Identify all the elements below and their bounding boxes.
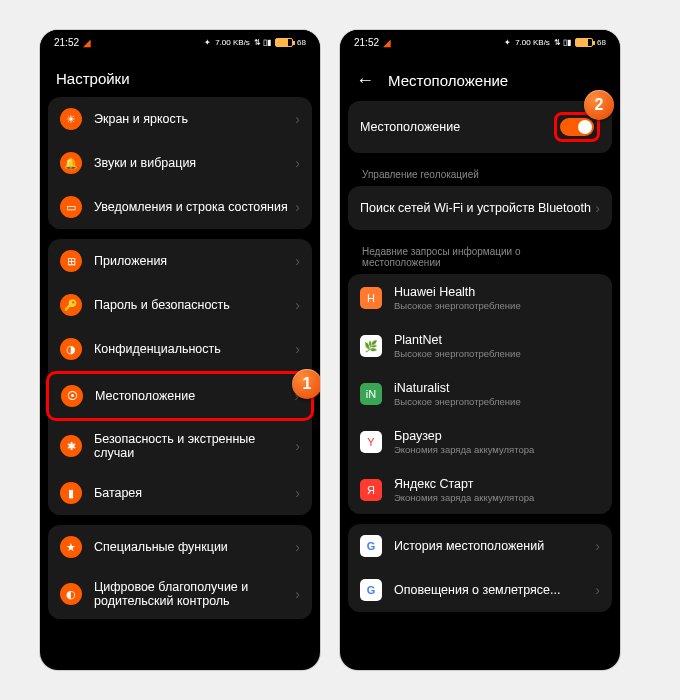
- row-earthquake-alerts[interactable]: G Оповещения о землетрясе... ›: [348, 568, 612, 612]
- chevron-right-icon: ›: [295, 485, 300, 501]
- status-net: 7.00 KB/s: [215, 38, 250, 47]
- bell-icon: 🔔: [60, 152, 82, 174]
- key-icon: 🔑: [60, 294, 82, 316]
- app-row-plantnet[interactable]: 🌿 PlantNetВысокое энергопотребление: [348, 322, 612, 370]
- row-wifi-bt-scanning[interactable]: Поиск сетей Wi-Fi и устройств Bluetooth …: [348, 186, 612, 230]
- app-icon-huawei-health: H: [360, 287, 382, 309]
- chevron-right-icon: ›: [295, 253, 300, 269]
- google-services-card: G История местоположений › G Оповещения …: [348, 524, 612, 612]
- settings-group-display: ☀ Экран и яркость › 🔔 Звуки и вибрация ›…: [48, 97, 312, 229]
- page-title-settings: Настройки: [40, 54, 320, 97]
- row-apps[interactable]: ⊞ Приложения ›: [48, 239, 312, 283]
- app-icon-yandex-start: Я: [360, 479, 382, 501]
- sun-icon: ☀: [60, 108, 82, 130]
- app-icon-yandex-browser: Y: [360, 431, 382, 453]
- row-notifications-statusbar[interactable]: ▭ Уведомления и строка состояния ›: [48, 185, 312, 229]
- chevron-right-icon: ›: [595, 582, 600, 598]
- app-row-huawei-health[interactable]: H Huawei HealthВысокое энергопотребление: [348, 274, 612, 322]
- notification-icon: ▭: [60, 196, 82, 218]
- wifi-bt-scanning-card: Поиск сетей Wi-Fi и устройств Bluetooth …: [348, 186, 612, 230]
- google-icon: G: [360, 535, 382, 557]
- row-privacy[interactable]: ◑ Конфиденциальность ›: [48, 327, 312, 371]
- row-display-brightness[interactable]: ☀ Экран и яркость ›: [48, 97, 312, 141]
- settings-group-system: ⊞ Приложения › 🔑 Пароль и безопасность ›…: [48, 239, 312, 515]
- status-time: 21:52: [354, 37, 379, 48]
- chevron-right-icon: ›: [295, 539, 300, 555]
- row-password-security[interactable]: 🔑 Пароль и безопасность ›: [48, 283, 312, 327]
- row-battery[interactable]: ▮ Батарея ›: [48, 471, 312, 515]
- security-icon: ✱: [60, 435, 82, 457]
- status-battery: 68: [597, 38, 606, 47]
- chevron-right-icon: ›: [295, 438, 300, 454]
- chevron-right-icon: ›: [595, 200, 600, 216]
- chevron-right-icon: ›: [595, 538, 600, 554]
- chevron-right-icon: ›: [295, 199, 300, 215]
- location-icon: ⦿: [61, 385, 83, 407]
- section-recent-requests: Недавние запросы информации о местополож…: [348, 240, 612, 274]
- status-bar: 21:52 ◢ ✦ 7.00 KB/s ⇅ ▯▮ 68: [40, 30, 320, 54]
- page-title-location: Местоположение: [388, 72, 508, 89]
- settings-group-extra: ★ Специальные функции › ◐ Цифровое благо…: [48, 525, 312, 619]
- chevron-right-icon: ›: [295, 586, 300, 602]
- apps-icon: ⊞: [60, 250, 82, 272]
- section-geo-management: Управление геолокацией: [348, 163, 612, 186]
- phone-left-settings: 21:52 ◢ ✦ 7.00 KB/s ⇅ ▯▮ 68 Настройки ☀ …: [40, 30, 320, 670]
- app-icon-inaturalist: iN: [360, 383, 382, 405]
- privacy-icon: ◑: [60, 338, 82, 360]
- row-location-toggle[interactable]: Местоположение: [348, 101, 612, 153]
- chevron-right-icon: ›: [295, 155, 300, 171]
- row-location-history[interactable]: G История местоположений ›: [348, 524, 612, 568]
- row-location[interactable]: ⦿ Местоположение ›: [46, 371, 314, 421]
- status-net: 7.00 KB/s: [515, 38, 550, 47]
- back-arrow-icon[interactable]: ←: [356, 70, 374, 91]
- row-digital-wellbeing[interactable]: ◐ Цифровое благополучие и родительский к…: [48, 569, 312, 619]
- recent-apps-card: H Huawei HealthВысокое энергопотребление…: [348, 274, 612, 514]
- row-special-features[interactable]: ★ Специальные функции ›: [48, 525, 312, 569]
- app-row-yandex-browser[interactable]: Y БраузерЭкономия заряда аккумулятора: [348, 418, 612, 466]
- phone-right-location: 21:52 ◢ ✦ 7.00 KB/s ⇅ ▯▮ 68 ← Местополож…: [340, 30, 620, 670]
- special-icon: ★: [60, 536, 82, 558]
- google-icon: G: [360, 579, 382, 601]
- app-icon-plantnet: 🌿: [360, 335, 382, 357]
- callout-badge-1: 1: [292, 369, 320, 399]
- app-row-yandex-start[interactable]: Я Яндекс СтартЭкономия заряда аккумулято…: [348, 466, 612, 514]
- chevron-right-icon: ›: [295, 297, 300, 313]
- row-sounds-vibration[interactable]: 🔔 Звуки и вибрация ›: [48, 141, 312, 185]
- row-safety-emergency[interactable]: ✱ Безопасность и экстренные случаи ›: [48, 421, 312, 471]
- location-toggle-switch[interactable]: [560, 118, 594, 136]
- status-battery: 68: [297, 38, 306, 47]
- page-header-location: ← Местоположение: [340, 54, 620, 101]
- battery-icon: ▮: [60, 482, 82, 504]
- location-toggle-card: Местоположение: [348, 101, 612, 153]
- status-time: 21:52: [54, 37, 79, 48]
- status-bar: 21:52 ◢ ✦ 7.00 KB/s ⇅ ▯▮ 68: [340, 30, 620, 54]
- callout-badge-2: 2: [584, 90, 614, 120]
- chevron-right-icon: ›: [295, 341, 300, 357]
- wellbeing-icon: ◐: [60, 583, 82, 605]
- app-row-inaturalist[interactable]: iN iNaturalistВысокое энергопотребление: [348, 370, 612, 418]
- chevron-right-icon: ›: [295, 111, 300, 127]
